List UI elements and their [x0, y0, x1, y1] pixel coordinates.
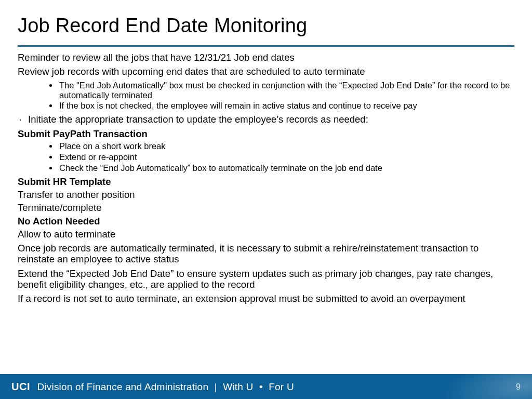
list-item: Check the “End Job Automatically” box to… [58, 163, 514, 173]
list-item: Extend or re-appoint [58, 152, 514, 162]
paragraph-transfer: Transfer to another position [18, 189, 514, 200]
paragraph-ifrecord: If a record is not set to auto terminate… [18, 293, 514, 304]
footer-separator-dot: • [259, 381, 263, 392]
slide-content: Reminder to review all the jobs that hav… [0, 52, 532, 304]
paragraph-extend: Extend the “Expected Job End Date” to en… [18, 268, 514, 290]
heading-paypath: Submit PayPath Transaction [18, 128, 514, 139]
footer-uci-logo: UCI [11, 381, 30, 392]
page-number: 9 [516, 382, 521, 392]
paragraph-initiate-text: Initiate the appropriate transaction to … [28, 114, 514, 125]
title-rule [18, 45, 514, 47]
footer-text: UCI Division of Finance and Administrati… [11, 381, 294, 393]
heading-noaction: No Action Needed [18, 216, 514, 227]
paragraph-reminder: Reminder to review all the jobs that hav… [18, 52, 514, 63]
footer-separator-pipe: | [215, 381, 217, 392]
paragraph-allow: Allow to auto terminate [18, 229, 514, 240]
footer-withu: With U [223, 381, 253, 392]
slide: Job Record End Date Monitoring Reminder … [0, 0, 532, 399]
list-item: Place on a short work break [58, 141, 514, 151]
list-item: If the box is not checked, the employee … [58, 101, 514, 111]
slide-title: Job Record End Date Monitoring [0, 0, 532, 42]
sublist-review: The "End Job Automatically" box must be … [58, 81, 514, 111]
heading-hrtemplate: Submit HR Template [18, 176, 514, 187]
sublist-paypath: Place on a short work break Extend or re… [58, 141, 514, 173]
paragraph-once: Once job records are automatically termi… [18, 243, 514, 265]
footer-foru: For U [269, 381, 294, 392]
paragraph-terminate: Terminate/complete [18, 202, 514, 213]
bullet-dot-icon: · [18, 114, 23, 125]
list-item: The "End Job Automatically" box must be … [58, 81, 514, 100]
paragraph-review: Review job records with upcoming end dat… [18, 66, 514, 77]
paragraph-initiate: · Initiate the appropriate transaction t… [18, 114, 514, 125]
footer-bar: UCI Division of Finance and Administrati… [0, 374, 532, 399]
footer-division: Division of Finance and Administration [37, 381, 208, 392]
